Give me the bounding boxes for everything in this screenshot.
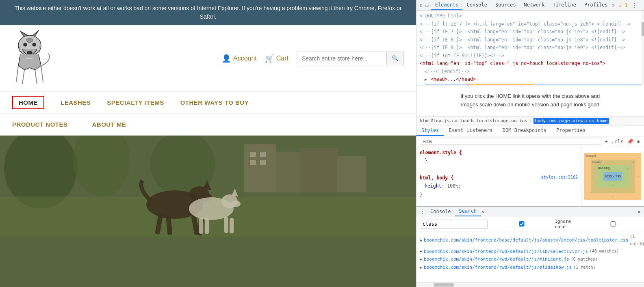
result-url-4[interactable]: booomchik.com/skin/frontend/rwd/default/… [424,263,572,272]
html-line: <!--[if lt IE 7 ]> <html lang="en" id="t… [420,20,641,28]
search-input[interactable] [297,52,386,65]
result-url-1[interactable]: booomchik.com/skin/frontend/base/default… [424,236,628,244]
nav-item-other[interactable]: OTHER WAYS TO BUY [180,92,249,113]
css-source-link-1[interactable]: styles.css:3162 [541,174,578,181]
console-close-button[interactable]: ✕ [637,208,641,215]
console-tab-console[interactable]: Console [426,207,455,216]
svg-point-5 [34,44,35,45]
console-tabs: ⋮ Console Search ✕ ✕ [416,207,644,217]
devtools-info-text: if you click the HOME link it opens with… [416,86,644,116]
ignore-case-checkbox[interactable] [490,221,553,227]
devtools-menu-left-icon[interactable]: ⋮ [420,209,425,214]
result-count-2: (48 matches) [590,248,619,255]
devtools-bottom: ⋮ Console Search ✕ ✕ Ignore case Regular… [416,206,644,287]
search-console-input[interactable] [420,220,488,229]
ie-warning-bar: This website either doesn't work at all … [0,0,416,25]
add-rule-icon[interactable]: + [604,138,609,145]
result-url-3[interactable]: booomchik.com/skin/frontend/rwd/default/… [424,255,569,263]
hero-svg [0,136,416,287]
header-right: 👤 Account 🛒 Cart 🔍 [222,52,404,65]
more-tabs-icon[interactable]: » [612,2,615,8]
search-close-x[interactable]: ✕ [481,209,484,214]
logo-area [12,29,53,87]
devtools-breadcrumb: html#top.js.no-touch.localstorage.no-ios… [416,116,644,125]
devtools-menu-icon[interactable]: ⋮ [632,2,637,9]
regex-checkbox[interactable] [583,221,643,227]
result-count-1: (1 match) [630,233,644,248]
styles-tab-dom-breakpoints[interactable]: DOM Breakpoints [498,125,551,136]
devtools-tab-network[interactable]: Network [520,0,549,10]
css-rule-html-body: html, body { styles.css:3162 height: 100… [420,174,578,199]
devtools-tabs: Elements Console Sources Network Timelin… [431,0,615,10]
search-result-1: ▶ booomchik.com/skin/frontend/base/defau… [420,233,641,248]
devtools-topbar: ▫ ▭ Elements Console Sources Network Tim… [416,0,644,11]
ie-warning-text: This website either doesn't work at all … [14,5,401,20]
bottom-scrollbar-thumb[interactable] [434,283,454,287]
result-count-4: (1 match) [573,264,595,271]
filter-icons: + .cls 📌 ◈ [604,138,641,145]
styles-rules: element.style { } html, body { styles.cs… [416,147,581,206]
styles-tab-properties[interactable]: Properties [551,125,590,136]
pin-icon[interactable]: 📌 [626,138,634,145]
website-panel: This website either doesn't work at all … [0,0,416,287]
ignore-case-option: Ignore case [490,219,581,229]
styles-tab-styles[interactable]: Styles [416,125,444,136]
devtools-tab-profiles[interactable]: Profiles [580,0,612,10]
console-tab-search[interactable]: Search [455,207,481,216]
search-result-2: ▶ booomchik.com/skin/frontend/rwd/defaul… [420,248,641,256]
warning-icon: ⚠ 1 [619,2,628,8]
account-label: Account [233,55,257,62]
search-icon: 🔍 [392,55,399,61]
color-picker-icon[interactable]: ◈ [636,138,641,145]
result-triangle-3[interactable]: ▶ [420,256,422,263]
result-url-2[interactable]: booomchik.com/skin/frontend/rwd/default/… [424,248,588,256]
nav-item-home[interactable]: HOME [12,96,44,109]
result-count-3: (6 matches) [571,256,598,263]
search-result-4: ▶ booomchik.com/skin/frontend/rwd/defaul… [420,263,641,272]
html-line: <!--[if IE 9 ]> <html lang="en" id="top"… [420,44,641,52]
styles-content: element.style { } html, body { styles.cs… [416,147,644,206]
primary-nav: HOME LEASHES SPECIALTY ITEMS OTHER WAYS … [0,92,416,114]
html-line: <!--[if (gt IE 9)|!(IE)]><!--> [420,52,641,60]
nav-item-specialty[interactable]: SPECIALTY ITEMS [107,92,164,113]
breadcrumb-body[interactable]: body.cms-page-view.cms-home [533,118,609,124]
nav-item-product-notes[interactable]: PRODUCT NOTES [12,114,68,135]
account-link[interactable]: 👤 Account [222,54,257,63]
devtools-tab-console[interactable]: Console [462,0,491,10]
bottom-scrollbar[interactable] [416,282,644,287]
site-header: 👤 Account 🛒 Cart 🔍 [0,25,416,92]
html-line: <html lang="en" id="top" class=" js no-t… [420,60,641,68]
html-line: <!DOCTYPE html> [420,12,641,20]
result-triangle-1[interactable]: ▶ [420,237,422,244]
html-line: <!--[if IE 7 ]> <html lang="en" id="top"… [420,28,641,36]
cls-button[interactable]: .cls [610,138,624,145]
svg-point-4 [25,44,26,45]
search-bar: Ignore case Regular expression [416,217,644,231]
filter-input[interactable] [420,138,601,145]
search-button[interactable]: 🔍 [386,52,403,65]
mobile-icon[interactable]: ▭ [425,2,429,8]
html-line: <!--[if IE 8 ]> <html lang="en" id="top"… [420,36,641,44]
user-icon: 👤 [222,54,231,63]
search-box: 🔍 [297,52,404,65]
devtools-tab-sources[interactable]: Sources [491,0,520,10]
secondary-nav: PRODUCT NOTES ABOUT ME [0,114,416,136]
devtools-tab-elements[interactable]: Elements [431,0,463,10]
scrollbar-thumb[interactable] [642,22,644,36]
cart-link[interactable]: 🛒 Cart [265,54,288,63]
inspect-icon[interactable]: ▫ [420,2,423,8]
styles-tab-event-listeners[interactable]: Event Listeners [444,125,497,136]
cart-icon: 🛒 [265,54,274,63]
logo-image [12,29,53,86]
nav-item-about-me[interactable]: ABOUT ME [92,114,126,135]
result-triangle-2[interactable]: ▶ [420,248,422,255]
search-result-3: ▶ booomchik.com/skin/frontend/rwd/defaul… [420,255,641,263]
svg-rect-35 [0,136,416,287]
breadcrumb-html[interactable]: html#top.js.no-touch.localstorage.no-ios [420,118,527,123]
regex-option: Regular expression [583,219,644,229]
nav-item-leashes[interactable]: LEASHES [61,92,91,113]
svg-point-1 [27,51,32,54]
result-triangle-4[interactable]: ▶ [420,264,422,271]
devtools-tab-timeline[interactable]: Timeline [549,0,580,10]
scrollbar-track[interactable] [641,11,644,86]
